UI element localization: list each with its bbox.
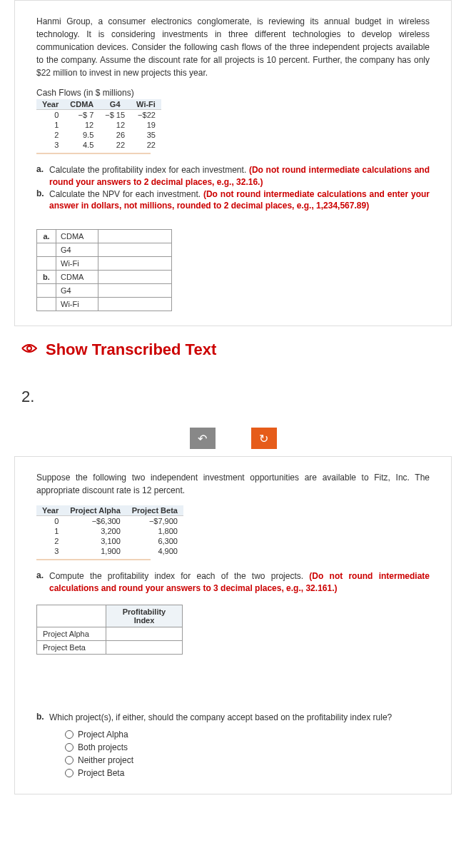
th-cdma: CDMA [64, 99, 99, 110]
row-label: Project Beta [37, 640, 106, 654]
undo-button[interactable]: ↶ [190, 428, 216, 449]
q1a-text: Calculate the profitability index for ea… [49, 164, 430, 188]
question-2-card: Suppose the following two independent in… [14, 456, 452, 794]
q1-intro: Hanmi Group, a consumer electronics cong… [36, 15, 430, 79]
answer-input[interactable] [98, 298, 172, 311]
table-row: a. CDMA [37, 230, 172, 243]
th-alpha: Project Alpha [64, 505, 126, 516]
radio-option[interactable]: Both projects [65, 741, 430, 754]
radio-icon [65, 743, 74, 752]
table-row: 3 4.5 22 22 [36, 140, 161, 150]
q1b-text: Calculate the NPV for each investment. (… [49, 188, 430, 213]
table-row: b. CDMA [37, 271, 172, 284]
row-label: Wi-Fi [56, 298, 98, 311]
show-transcribed-button[interactable]: Show Transcribed Text [21, 340, 445, 359]
q2b-text: Which project(s), if either, should the … [49, 712, 430, 724]
eye-icon [21, 343, 37, 358]
redo-icon: ↻ [259, 432, 268, 445]
radio-icon [65, 756, 74, 764]
svg-point-0 [27, 346, 31, 350]
table-row: 0−$6,300−$7,900 [36, 516, 183, 527]
row-label: Wi-Fi [56, 257, 98, 271]
th-wifi: Wi-Fi [131, 99, 161, 110]
question-number-2: 2. [21, 388, 445, 406]
table-row: G4 [37, 243, 172, 257]
answer-input[interactable] [98, 243, 172, 257]
cashflow-table: Year CDMA G4 Wi-Fi 0 −$ 7 −$ 15 −$22 1 1… [36, 99, 161, 150]
radio-icon [65, 769, 74, 777]
answer-input[interactable] [98, 284, 172, 298]
pi-table: Profitability Index Project Alpha Projec… [36, 605, 183, 655]
answer-input[interactable] [98, 257, 172, 271]
undo-icon: ↶ [198, 432, 207, 445]
table-row: 0 −$ 7 −$ 15 −$22 [36, 110, 161, 121]
table-row: Project Beta [37, 640, 183, 654]
q2-intro: Suppose the following two independent in… [36, 471, 430, 497]
answer-table: a. CDMA G4 Wi-Fi b. CDMA G4 Wi-Fi [36, 229, 172, 311]
pi-header: Profitability Index [106, 605, 183, 627]
q2a-label: a. [36, 570, 49, 595]
q2b-label: b. [36, 712, 49, 724]
radio-group: Project Alpha Both projects Neither proj… [65, 728, 430, 779]
cashflow-title: Cash Flows (in $ millions) [36, 88, 430, 98]
transcribed-label: Show Transcribed Text [46, 340, 216, 359]
answer-input[interactable] [106, 627, 183, 640]
radio-option[interactable]: Neither project [65, 754, 430, 767]
table-row: 2 9.5 26 35 [36, 130, 161, 140]
th-year: Year [36, 99, 64, 110]
table-row: 13,2001,800 [36, 526, 183, 536]
table-row: Wi-Fi [37, 298, 172, 311]
table-divider [36, 559, 151, 560]
table-row: Project Alpha [37, 627, 183, 640]
q1b-label: b. [36, 188, 49, 213]
table-row: G4 [37, 284, 172, 298]
row-marker: a. [37, 230, 56, 243]
answer-input[interactable] [98, 230, 172, 243]
redo-button[interactable]: ↻ [251, 428, 277, 449]
th-g4: G4 [99, 99, 131, 110]
row-label: G4 [56, 243, 98, 257]
row-label: CDMA [56, 230, 98, 243]
q2a-text: Compute the profitability index for each… [49, 570, 430, 595]
answer-input[interactable] [98, 271, 172, 284]
answer-input[interactable] [106, 640, 183, 654]
question-1-card: Hanmi Group, a consumer electronics cong… [14, 0, 452, 326]
th-year: Year [36, 505, 64, 516]
th-beta: Project Beta [126, 505, 183, 516]
radio-icon [65, 730, 74, 739]
q1a-label: a. [36, 164, 49, 188]
table-row: Wi-Fi [37, 257, 172, 271]
table-row: 1 12 12 19 [36, 120, 161, 130]
table-row: 23,1006,300 [36, 536, 183, 546]
row-label: G4 [56, 284, 98, 298]
q2-cashflow-table: Year Project Alpha Project Beta 0−$6,300… [36, 505, 183, 556]
row-label: CDMA [56, 271, 98, 284]
table-row: 31,9004,900 [36, 546, 183, 556]
row-label: Project Alpha [37, 627, 106, 640]
row-marker: b. [37, 271, 56, 284]
radio-option[interactable]: Project Beta [65, 767, 430, 779]
table-divider [36, 153, 151, 154]
radio-option[interactable]: Project Alpha [65, 728, 430, 741]
